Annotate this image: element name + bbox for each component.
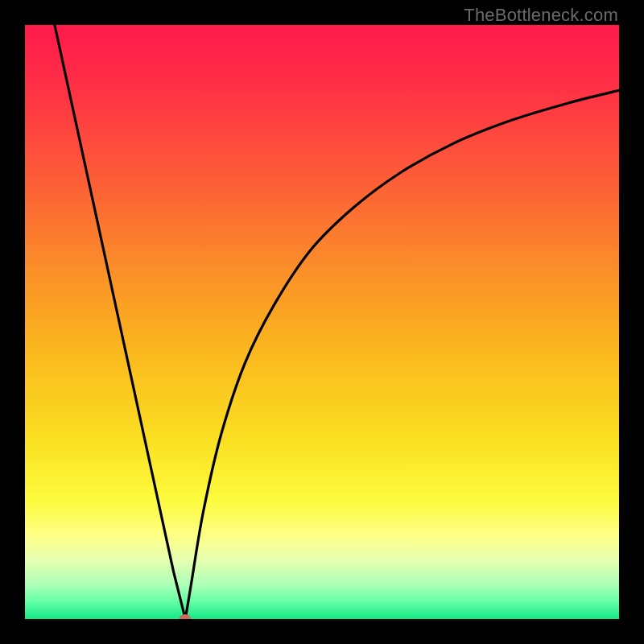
watermark-text: TheBottleneck.com xyxy=(464,5,618,26)
chart-frame: TheBottleneck.com xyxy=(0,0,644,644)
curve-path xyxy=(55,25,619,619)
vertex-marker xyxy=(180,614,191,619)
bottleneck-curve xyxy=(25,25,619,619)
plot-area xyxy=(25,25,619,619)
